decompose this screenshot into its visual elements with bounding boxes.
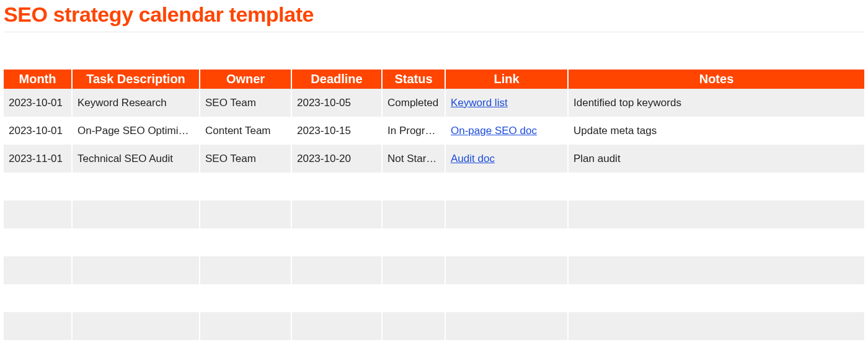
- cell-empty: [72, 228, 200, 256]
- col-header-link: Link: [445, 70, 568, 89]
- cell-empty: [291, 284, 382, 312]
- cell-empty: [568, 284, 864, 312]
- cell-task: Keyword Research: [72, 89, 200, 117]
- cell-notes: Update meta tags: [568, 117, 864, 145]
- cell-empty: [200, 312, 291, 340]
- cell-empty: [200, 284, 291, 312]
- calendar-table: Month Task Description Owner Deadline St…: [4, 70, 864, 360]
- cell-owner: SEO Team: [200, 145, 291, 173]
- col-header-notes: Notes: [568, 70, 864, 89]
- cell-empty: [445, 340, 568, 360]
- document-page: SEO strategy calendar template Month Tas…: [0, 2, 868, 360]
- cell-empty: [568, 256, 864, 284]
- col-header-month: Month: [4, 70, 72, 89]
- cell-empty: [4, 200, 72, 228]
- cell-link-anchor[interactable]: Audit doc: [451, 153, 495, 164]
- title-divider: [4, 32, 864, 32]
- table-row-empty: [4, 312, 864, 340]
- cell-empty: [382, 228, 445, 256]
- cell-empty: [568, 340, 864, 360]
- cell-empty: [291, 340, 382, 360]
- cell-empty: [72, 340, 200, 360]
- cell-empty: [382, 200, 445, 228]
- cell-empty: [382, 256, 445, 284]
- cell-task: Technical SEO Audit: [72, 145, 200, 173]
- cell-empty: [72, 200, 200, 228]
- cell-empty: [568, 228, 864, 256]
- cell-month: 2023-11-01: [4, 145, 72, 173]
- cell-empty: [445, 312, 568, 340]
- cell-empty: [568, 200, 864, 228]
- cell-empty: [4, 228, 72, 256]
- cell-owner: SEO Team: [200, 89, 291, 117]
- cell-empty: [382, 312, 445, 340]
- cell-link: Audit doc: [445, 145, 568, 173]
- cell-deadline: 2023-10-05: [291, 89, 382, 117]
- table-row-empty: [4, 256, 864, 284]
- cell-link: Keyword list: [445, 89, 568, 117]
- cell-status: Completed: [382, 89, 445, 117]
- cell-status: Not Started: [382, 145, 445, 173]
- cell-empty: [445, 284, 568, 312]
- cell-empty: [200, 228, 291, 256]
- cell-deadline: 2023-10-20: [291, 145, 382, 173]
- cell-empty: [382, 340, 445, 360]
- cell-empty: [568, 173, 864, 200]
- table-header-row: Month Task Description Owner Deadline St…: [4, 70, 864, 89]
- cell-empty: [291, 256, 382, 284]
- col-header-deadline: Deadline: [291, 70, 382, 89]
- cell-task: On-Page SEO Optimization: [72, 117, 200, 145]
- cell-empty: [4, 173, 72, 200]
- cell-empty: [4, 256, 72, 284]
- table-row-empty: [4, 228, 864, 256]
- cell-empty: [445, 173, 568, 200]
- cell-link-anchor[interactable]: Keyword list: [451, 97, 508, 109]
- cell-empty: [4, 284, 72, 312]
- cell-empty: [291, 200, 382, 228]
- cell-link-anchor[interactable]: On-page SEO doc: [451, 125, 537, 137]
- cell-empty: [291, 173, 382, 200]
- cell-empty: [4, 340, 72, 360]
- table-body: 2023-10-01Keyword ResearchSEO Team2023-1…: [4, 89, 864, 360]
- cell-empty: [445, 228, 568, 256]
- cell-empty: [200, 200, 291, 228]
- cell-empty: [291, 228, 382, 256]
- cell-notes: Identified top keywords: [568, 89, 864, 117]
- cell-empty: [72, 256, 200, 284]
- table-row-empty: [4, 284, 864, 312]
- cell-status: In Progress: [382, 117, 445, 145]
- cell-empty: [72, 312, 200, 340]
- cell-empty: [200, 173, 291, 200]
- cell-notes: Plan audit: [568, 145, 864, 173]
- cell-empty: [200, 256, 291, 284]
- cell-link: On-page SEO doc: [445, 117, 568, 145]
- cell-empty: [72, 173, 200, 200]
- col-header-status: Status: [382, 70, 445, 89]
- table-row: 2023-10-01Keyword ResearchSEO Team2023-1…: [4, 89, 864, 117]
- cell-owner: Content Team: [200, 117, 291, 145]
- cell-empty: [382, 173, 445, 200]
- table-row-empty: [4, 200, 864, 228]
- cell-empty: [568, 312, 864, 340]
- col-header-task: Task Description: [72, 70, 200, 89]
- cell-empty: [4, 312, 72, 340]
- cell-month: 2023-10-01: [4, 117, 72, 145]
- cell-empty: [72, 284, 200, 312]
- cell-deadline: 2023-10-15: [291, 117, 382, 145]
- cell-empty: [291, 312, 382, 340]
- col-header-owner: Owner: [200, 70, 291, 89]
- cell-empty: [445, 256, 568, 284]
- table-row-empty: [4, 340, 864, 360]
- cell-month: 2023-10-01: [4, 89, 72, 117]
- table-row: 2023-10-01On-Page SEO OptimizationConten…: [4, 117, 864, 145]
- page-title: SEO strategy calendar template: [4, 2, 864, 27]
- cell-empty: [445, 200, 568, 228]
- table-row: 2023-11-01Technical SEO AuditSEO Team202…: [4, 145, 864, 173]
- table-row-empty: [4, 173, 864, 200]
- cell-empty: [200, 340, 291, 360]
- cell-empty: [382, 284, 445, 312]
